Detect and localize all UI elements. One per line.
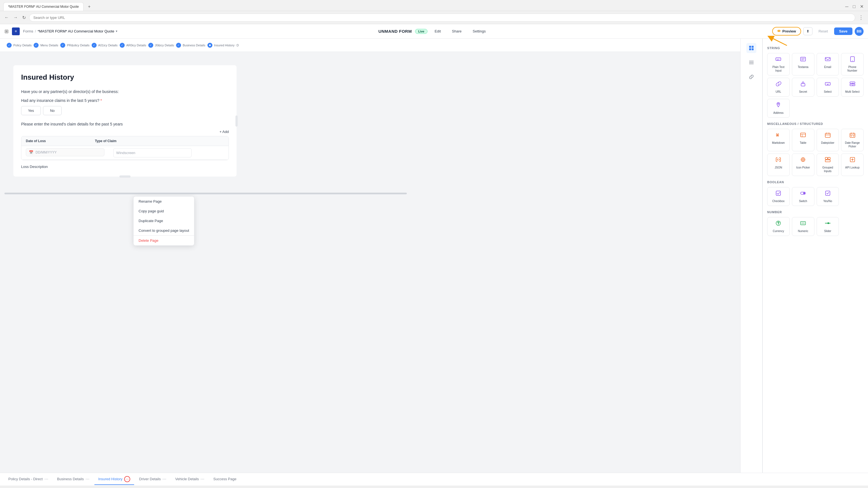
tab-driver-details[interactable]: Driver Details ⋯ — [135, 475, 170, 484]
component-plain-text-input[interactable]: Plain Text Input — [767, 53, 790, 75]
component-url[interactable]: URL — [767, 78, 790, 97]
component-select[interactable]: Select — [817, 78, 839, 97]
export-button[interactable]: ⬆ — [803, 27, 812, 35]
component-yes-no[interactable]: Yes/No — [817, 187, 839, 206]
step-arrow-icon: › — [90, 43, 91, 46]
tab-driver-details-dots[interactable]: ⋯ — [162, 477, 166, 481]
date-input[interactable]: 📅 DD/MM/YYYY — [26, 148, 104, 156]
preview-button[interactable]: 👁 Preview — [772, 27, 801, 36]
browser-tab[interactable]: *MASTER FORM* AU Commercial Motor Quote — [3, 2, 84, 11]
svg-rect-15 — [850, 133, 855, 137]
breadcrumb-forms[interactable]: Forms — [23, 29, 33, 33]
tab-insured-history-dots-circle[interactable]: ⋯ — [124, 476, 130, 482]
tab-success-page[interactable]: Success Page — [209, 475, 240, 484]
resize-handle-right[interactable] — [236, 116, 238, 127]
component-date-range-picker[interactable]: Date Range Picker — [841, 129, 864, 151]
live-badge: Live — [415, 29, 427, 34]
back-button[interactable]: ← — [3, 14, 10, 21]
number-components-grid: Currency Numeric — [767, 217, 864, 236]
component-grouped-inputs[interactable]: Grouped Inputs — [817, 154, 839, 176]
tab-insured-history-dots[interactable]: ⋯ — [125, 477, 129, 481]
context-menu-duplicate[interactable]: Duplicate Page — [133, 216, 194, 226]
required-indicator: * — [100, 98, 102, 103]
number-section-label: Number — [767, 210, 864, 214]
component-icon-picker[interactable]: Icon Picker — [792, 154, 814, 176]
grouped-inputs-label: Grouped Inputs — [818, 166, 837, 173]
checkbox-label: Checkbox — [772, 199, 784, 203]
tab-policy-details[interactable]: Policy Details - Direct ⋯ — [4, 475, 52, 484]
step-policy-details-2[interactable]: ✓ PR&olicy Details — [60, 43, 89, 48]
numeric-label: Numeric — [798, 229, 808, 233]
component-multi-select[interactable]: Multi Select — [841, 78, 864, 97]
step-ao1icy[interactable]: ✓ A01icy Details — [92, 43, 118, 48]
reload-button[interactable]: ↻ — [21, 14, 27, 21]
avatar[interactable]: BB — [855, 27, 864, 36]
component-switch[interactable]: Switch — [792, 187, 814, 206]
minimize-button[interactable]: ─ — [844, 3, 849, 10]
sidebar-layers-icon[interactable] — [746, 58, 756, 67]
step-business-details[interactable]: ✓ Business Details — [176, 43, 205, 48]
browser-more-button[interactable]: ⋮ — [858, 13, 865, 22]
component-api-lookup[interactable]: API Lookup — [841, 154, 864, 176]
save-button[interactable]: Save — [834, 28, 852, 35]
type-input[interactable]: Windscreen — [113, 148, 192, 157]
tab-business-details-dots[interactable]: ⋯ — [86, 477, 89, 481]
tab-policy-details-dots[interactable]: ⋯ — [44, 477, 48, 481]
resize-handle-bottom[interactable] — [119, 175, 130, 178]
component-address[interactable]: Address — [767, 99, 790, 118]
component-table[interactable]: Table — [792, 129, 814, 151]
context-menu-copy-guid[interactable]: Copy page guid — [133, 206, 194, 216]
svg-rect-8 — [801, 84, 805, 86]
grouped-inputs-icon — [825, 157, 831, 164]
share-button[interactable]: Share — [448, 28, 466, 35]
forward-button[interactable]: → — [12, 14, 19, 21]
step-arrow-icon: › — [59, 43, 60, 46]
yes-button[interactable]: Yes — [21, 106, 41, 115]
component-secret[interactable]: Secret — [792, 78, 814, 97]
step-jolicy[interactable]: ✓ J0&icy Details — [148, 43, 174, 48]
settings-button[interactable]: Settings — [469, 28, 490, 35]
components-panel: String Plain Text Input — [763, 39, 868, 473]
component-checkbox[interactable]: Checkbox — [767, 187, 790, 206]
component-currency[interactable]: Currency — [767, 217, 790, 236]
step-check-icon: ✓ — [120, 43, 125, 48]
table-icon — [800, 132, 806, 139]
calendar-icon: 📅 — [29, 150, 33, 154]
component-numeric[interactable]: Numeric — [792, 217, 814, 236]
tab-insured-history[interactable]: Insured History ⋯ — [94, 474, 134, 485]
apps-icon[interactable]: ⊞ — [4, 28, 9, 34]
yes-no-group: Yes No — [21, 106, 229, 115]
component-slider[interactable]: Slider — [817, 217, 839, 236]
step-insured-history[interactable]: Insured History — [208, 43, 235, 48]
maximize-button[interactable]: □ — [851, 3, 857, 10]
add-tab-button[interactable]: + — [86, 3, 93, 10]
context-menu-rename[interactable]: Rename Page — [133, 197, 194, 206]
step-d[interactable]: D — [237, 43, 239, 47]
url-bar[interactable] — [29, 13, 855, 22]
tab-vehicle-details[interactable]: Vehicle Details ⋯ — [171, 475, 208, 484]
step-policy-details[interactable]: ✓ Policy Details — [7, 43, 32, 48]
component-phone-number[interactable]: Phone Number — [841, 53, 864, 75]
step-menu-details[interactable]: ✓ Menu Details — [34, 43, 58, 48]
step-aolicy[interactable]: ✓ AR0icy Details — [120, 43, 146, 48]
close-button[interactable]: ✕ — [859, 3, 865, 10]
component-markdown[interactable]: Markdown — [767, 129, 790, 151]
add-button[interactable]: + Add — [219, 130, 229, 134]
step-arrow-icon: › — [147, 43, 148, 46]
tab-vehicle-details-dots[interactable]: ⋯ — [200, 477, 205, 481]
sidebar-link-icon[interactable] — [746, 72, 756, 82]
component-json[interactable]: JSON — [767, 154, 790, 176]
component-datepicker[interactable]: Datepicker — [817, 129, 839, 151]
date-range-picker-label: Date Range Picker — [843, 141, 862, 148]
no-button[interactable]: No — [43, 106, 62, 115]
component-email[interactable]: Email — [817, 53, 839, 75]
component-textarea[interactable]: Textarea — [792, 53, 814, 75]
reset-button[interactable]: Reset — [815, 28, 832, 35]
edit-button[interactable]: Edit — [431, 28, 444, 35]
context-menu-delete[interactable]: Delete Page — [133, 236, 194, 246]
sidebar-components-icon[interactable] — [746, 43, 756, 53]
context-menu-convert[interactable]: Convert to grouped page layout — [133, 226, 194, 235]
breadcrumb-chevron-icon[interactable]: ▾ — [116, 29, 118, 33]
horizontal-scrollbar-thumb[interactable] — [4, 193, 407, 194]
tab-business-details[interactable]: Business Details ⋯ — [53, 475, 93, 484]
